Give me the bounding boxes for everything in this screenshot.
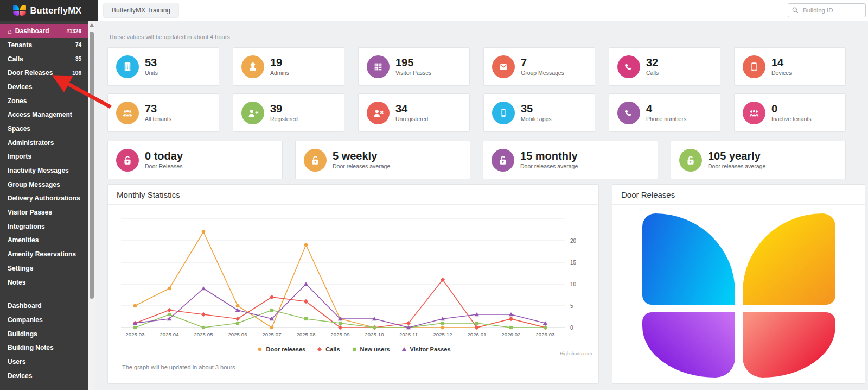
- stat-card-devices-14: 14Devices: [734, 47, 846, 86]
- building-icon: [122, 61, 133, 73]
- stat-label: Door releases average: [708, 163, 765, 169]
- stat-icon-circle: [116, 55, 139, 78]
- sidebar-item-zones[interactable]: Zones: [0, 94, 88, 108]
- sidebar-item-devices[interactable]: Devices: [0, 80, 88, 94]
- sidebar-item-label: Notes: [8, 279, 25, 286]
- scrollbar-thumb[interactable]: [90, 32, 94, 299]
- chart-update-notice: The graph will be updated in about 3 hou…: [122, 364, 235, 370]
- sidebar-item-integrations[interactable]: Integrations: [0, 219, 88, 234]
- svg-text:20: 20: [570, 238, 577, 244]
- stat-card-calls-32: 32Calls: [609, 47, 720, 86]
- scroll-up-icon[interactable]: [90, 23, 94, 27]
- stat-label: Group Messages: [521, 70, 564, 76]
- chart-legend: Door releasesCallsNew usersVisitor Passe…: [113, 346, 594, 353]
- legend-marker-icon: [257, 346, 263, 353]
- legend-label: New users: [360, 346, 390, 353]
- sidebar-item-settings[interactable]: Settings: [0, 261, 88, 275]
- sidebar-item-label: Group Messages: [8, 181, 60, 188]
- sidebar-item-tenants[interactable]: Tenants74: [0, 38, 88, 52]
- stat-card-visitor-passes-195: 195Visitor Passes: [358, 47, 470, 86]
- sidebar-item-calls[interactable]: Calls35: [0, 52, 88, 66]
- sidebar-item-visitor-passes[interactable]: Visitor Passes: [0, 205, 88, 219]
- sidebar-item-door-releases[interactable]: Door Releases106: [0, 66, 88, 80]
- qr-code-icon: [372, 61, 384, 73]
- sidebar-item-administrators[interactable]: Administrators: [0, 136, 88, 150]
- legend-item-door-releases[interactable]: Door releases: [257, 346, 305, 353]
- stat-label: Visitor Passes: [395, 70, 431, 76]
- sidebar-item-admin-companies[interactable]: Companies: [0, 313, 88, 327]
- butterfly-wing-top-left-icon: [642, 213, 735, 305]
- sidebar-item-label: Devices: [8, 83, 32, 91]
- highcharts-credit[interactable]: Highcharts.com: [560, 351, 592, 356]
- svg-text:2025-07: 2025-07: [263, 331, 282, 337]
- svg-text:10: 10: [570, 281, 577, 287]
- sidebar-item-label: Visitor Passes: [8, 209, 52, 216]
- legend-item-visitor-passes[interactable]: Visitor Passes: [401, 346, 451, 353]
- search-input[interactable]: [802, 7, 858, 14]
- stat-card-mobile-apps-35: 35Mobile apps: [483, 93, 595, 132]
- sidebar-item-admin-buildings[interactable]: Buildings: [0, 327, 88, 341]
- sidebar-item-label: Devices: [8, 372, 32, 380]
- sidebar-item-amenities[interactable]: Amenities: [0, 234, 88, 248]
- stat-label: All tenants: [145, 116, 171, 122]
- stat-label: Registered: [270, 116, 298, 122]
- stat-label: Devices: [771, 70, 792, 76]
- building-search[interactable]: [788, 3, 866, 17]
- stat-label: Phone numbers: [646, 116, 686, 122]
- sidebar-item-access-management[interactable]: Access Management: [0, 108, 88, 122]
- stat-label: Unregistered: [395, 116, 428, 122]
- monthly-statistics-chart: 051015202025-032025-042025-052025-062025…: [113, 209, 591, 343]
- svg-text:2025-11: 2025-11: [399, 331, 418, 337]
- legend-label: Calls: [326, 346, 340, 353]
- stat-label: Admins: [270, 70, 289, 76]
- sidebar-item-label: Calls: [8, 55, 23, 63]
- sidebar-item-label: Companies: [8, 316, 43, 324]
- legend-item-calls[interactable]: Calls: [316, 346, 340, 353]
- stat-value: 0 today: [145, 150, 183, 162]
- sidebar-item-admin-users[interactable]: Users: [0, 355, 88, 369]
- sidebar-item-group-messages[interactable]: Group Messages: [0, 178, 88, 192]
- stat-value: 7: [521, 57, 564, 68]
- butterflymx-logo-icon: [13, 5, 26, 16]
- sidebar-item-inactivity-messages[interactable]: Inactivity Messages: [0, 163, 88, 178]
- svg-text:2025-05: 2025-05: [194, 331, 213, 337]
- stat-value: 105 yearly: [708, 150, 765, 162]
- sidebar-item-delivery-authorizations[interactable]: Delivery Authorizations: [0, 192, 88, 206]
- sidebar-item-admin-dashboard[interactable]: Dashboard: [0, 299, 88, 313]
- envelope-icon: [497, 61, 509, 73]
- svg-text:2025-09: 2025-09: [331, 331, 350, 337]
- legend-label: Visitor Passes: [410, 346, 451, 353]
- sidebar-menu-primary: ⌂Dashboard#1326Tenants74Calls35Door Rele…: [0, 24, 88, 289]
- sidebar-item-label: Imports: [8, 153, 31, 160]
- door-releases-title: Door Releases: [612, 185, 865, 205]
- sidebar-item-admin-devices[interactable]: Devices: [0, 369, 88, 383]
- stat-card-phone-numbers-4: 4Phone numbers: [609, 93, 720, 132]
- sidebar-item-amenity-reservations[interactable]: Amenity Reservations: [0, 247, 88, 261]
- sidebar-item-admin-building-notes[interactable]: Building Notes: [0, 341, 88, 355]
- unlock-icon: [496, 154, 509, 167]
- brand-title: ButterflyMX: [30, 5, 82, 16]
- stat-icon-circle: [743, 55, 765, 78]
- sidebar-item-notes[interactable]: Notes: [0, 275, 88, 290]
- legend-item-new-users[interactable]: New users: [351, 346, 390, 353]
- sidebar-item-spaces[interactable]: Spaces: [0, 122, 88, 136]
- stat-icon-circle: [241, 102, 264, 124]
- stat-value: 53: [145, 57, 158, 68]
- admin-icon: [247, 61, 259, 73]
- tablet-icon: [748, 61, 760, 73]
- tab-butterflymx-training[interactable]: ButterflyMX Training: [103, 3, 179, 18]
- butterfly-wing-bottom-left-icon: [642, 312, 735, 378]
- stat-card-unregistered-34: 34Unregistered: [358, 93, 470, 132]
- chart-title: Monthly Statistics: [108, 185, 598, 205]
- sidebar-scrollbar[interactable]: [88, 21, 95, 390]
- sidebar-item-imports[interactable]: Imports: [0, 150, 88, 164]
- legend-marker-icon: [316, 346, 323, 353]
- unlock-icon: [684, 154, 697, 167]
- stat-label: Door releases average: [333, 163, 390, 169]
- sidebar-item-dashboard[interactable]: ⌂Dashboard#1326: [0, 24, 88, 38]
- svg-text:2026-03: 2026-03: [536, 331, 555, 337]
- sidebar-item-label: Integrations: [8, 223, 45, 230]
- sidebar-item-label: Access Management: [8, 111, 72, 118]
- release-row: 0 todayDoor Releases5 weeklyDoor release…: [107, 141, 868, 179]
- sidebar-item-label: Buildings: [8, 330, 37, 338]
